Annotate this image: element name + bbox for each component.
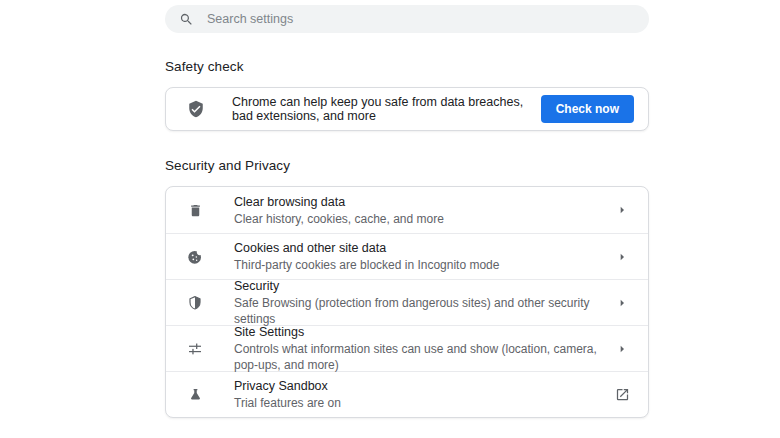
- chevron-right-icon: [614, 249, 630, 265]
- security-privacy-heading: Security and Privacy: [165, 158, 649, 173]
- row-title: Clear browsing data: [234, 194, 614, 211]
- safety-check-heading: Safety check: [165, 59, 649, 74]
- safety-check-card: Chrome can help keep you safe from data …: [165, 87, 649, 131]
- row-clear-browsing-data[interactable]: Clear browsing data Clear history, cooki…: [166, 187, 648, 233]
- row-title: Privacy Sandbox: [234, 378, 614, 395]
- row-site-settings[interactable]: Site Settings Controls what information …: [166, 325, 648, 371]
- search-bar[interactable]: [165, 5, 649, 33]
- row-subtitle: Third-party cookies are blocked in Incog…: [234, 257, 614, 273]
- row-subtitle: Safe Browsing (protection from dangerous…: [234, 295, 614, 327]
- search-input[interactable]: [207, 12, 635, 26]
- row-cookies-site-data[interactable]: Cookies and other site data Third-party …: [166, 233, 648, 279]
- row-privacy-sandbox[interactable]: Privacy Sandbox Trial features are on: [166, 371, 648, 417]
- row-title: Site Settings: [234, 324, 614, 341]
- row-title: Cookies and other site data: [234, 240, 614, 257]
- security-shield-icon: [187, 295, 203, 311]
- safety-check-message: Chrome can help keep you safe from data …: [232, 95, 541, 123]
- settings-content: Safety check Chrome can help keep you sa…: [165, 0, 649, 418]
- cookie-icon: [187, 249, 203, 265]
- row-title: Security: [234, 278, 614, 295]
- search-icon: [179, 12, 194, 27]
- flask-icon: [187, 387, 203, 402]
- chevron-right-icon: [614, 295, 630, 311]
- row-subtitle: Controls what information sites can use …: [234, 341, 614, 373]
- chevron-right-icon: [614, 202, 630, 218]
- open-in-new-icon[interactable]: [614, 387, 630, 402]
- row-subtitle: Clear history, cookies, cache, and more: [234, 211, 614, 227]
- shield-check-icon: [187, 100, 205, 118]
- row-subtitle: Trial features are on: [234, 395, 614, 411]
- check-now-button[interactable]: Check now: [541, 95, 634, 123]
- delete-icon: [187, 203, 203, 218]
- security-privacy-card: Clear browsing data Clear history, cooki…: [165, 186, 649, 418]
- row-security[interactable]: Security Safe Browsing (protection from …: [166, 279, 648, 325]
- chevron-right-icon: [614, 341, 630, 357]
- tune-icon: [187, 341, 203, 357]
